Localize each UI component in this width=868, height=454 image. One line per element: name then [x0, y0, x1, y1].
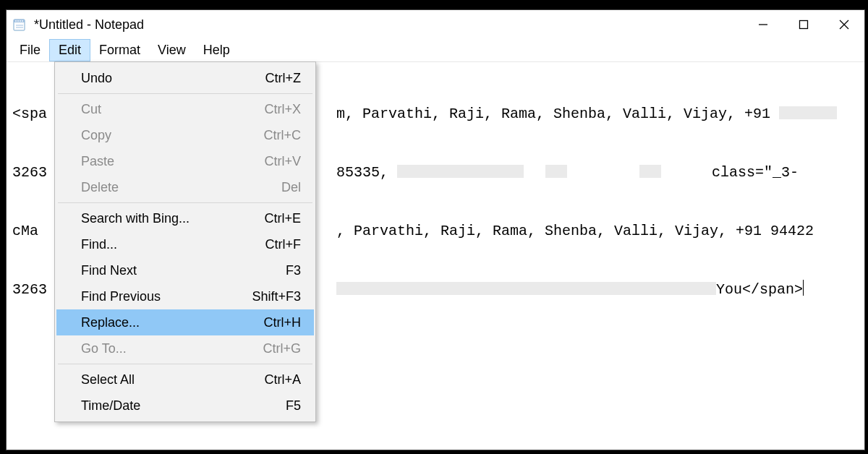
svg-point-3: [17, 20, 19, 22]
menu-separator: [58, 93, 312, 94]
menu-item-shortcut: Ctrl+Z: [265, 71, 302, 86]
menu-bar: File Edit Format View Help: [7, 39, 864, 62]
menu-item-shortcut: F5: [286, 398, 301, 414]
redacted-text: [545, 165, 567, 178]
menu-item-label: Delete: [81, 180, 281, 195]
menu-item-search-bing[interactable]: Search with Bing... Ctrl+E: [56, 205, 314, 231]
menu-item-replace[interactable]: Replace... Ctrl+H: [56, 309, 314, 335]
close-button[interactable]: [824, 10, 864, 39]
text-fragment: ,: [380, 164, 397, 181]
menu-separator: [58, 202, 312, 203]
menu-item-find-previous[interactable]: Find Previous Shift+F3: [56, 283, 314, 309]
menu-file[interactable]: File: [11, 39, 49, 61]
menu-item-copy[interactable]: Copy Ctrl+C: [56, 122, 314, 148]
menu-item-shortcut: Shift+F3: [252, 289, 301, 304]
menu-item-label: Copy: [81, 128, 263, 143]
text-fragment: <spa: [12, 106, 47, 122]
menu-item-label: Find Next: [81, 263, 286, 278]
menu-item-goto[interactable]: Go To... Ctrl+G: [56, 335, 314, 361]
text-fragment: , Parvathi, Raji, Rama, Shenba, Valli, V…: [336, 223, 814, 239]
text-fragment: m, Parvathi, Raji, Rama, Shenba, Valli, …: [336, 106, 779, 122]
menu-item-label: Cut: [81, 102, 264, 117]
text-fragment: 85335: [336, 164, 380, 181]
menu-item-cut[interactable]: Cut Ctrl+X: [56, 96, 314, 122]
maximize-button[interactable]: [783, 10, 824, 39]
menu-item-shortcut: Del: [281, 180, 301, 195]
notepad-icon: [12, 17, 27, 32]
menu-item-shortcut: F3: [286, 263, 301, 278]
menu-item-shortcut: Ctrl+G: [263, 341, 301, 356]
svg-rect-9: [800, 21, 808, 29]
svg-point-4: [20, 20, 21, 22]
menu-item-paste[interactable]: Paste Ctrl+V: [56, 148, 314, 174]
svg-point-5: [22, 20, 23, 22]
menu-item-shortcut: Ctrl+C: [263, 128, 301, 143]
window-controls: [743, 10, 864, 39]
menu-item-label: Replace...: [81, 315, 263, 330]
text-fragment: cMa: [12, 223, 38, 239]
menu-format[interactable]: Format: [90, 39, 149, 61]
redacted-text: [336, 282, 716, 295]
menu-item-label: Find...: [81, 237, 265, 252]
title-bar: *Untitled - Notepad: [7, 10, 864, 39]
redacted-text: [779, 106, 837, 119]
menu-item-label: Go To...: [81, 341, 263, 356]
menu-item-label: Undo: [81, 71, 265, 86]
svg-point-2: [15, 20, 17, 22]
menu-item-label: Paste: [81, 154, 264, 169]
menu-view[interactable]: View: [149, 39, 195, 61]
text-fragment: 3263: [12, 164, 47, 181]
menu-item-find[interactable]: Find... Ctrl+F: [56, 231, 314, 257]
menu-item-label: Time/Date: [81, 398, 286, 414]
menu-item-label: Select All: [81, 372, 264, 387]
menu-edit[interactable]: Edit: [49, 39, 90, 61]
text-fragment: You</span>: [716, 281, 803, 298]
menu-item-find-next[interactable]: Find Next F3: [56, 257, 314, 283]
menu-item-time-date[interactable]: Time/Date F5: [56, 393, 314, 419]
window-title: *Untitled - Notepad: [34, 17, 144, 33]
menu-separator: [58, 364, 312, 364]
menu-item-shortcut: Ctrl+X: [264, 102, 301, 117]
menu-help[interactable]: Help: [195, 39, 239, 61]
minimize-button[interactable]: [743, 10, 783, 39]
menu-item-delete[interactable]: Delete Del: [56, 174, 314, 200]
menu-item-label: Find Previous: [81, 289, 252, 304]
menu-item-undo[interactable]: Undo Ctrl+Z: [56, 65, 314, 91]
menu-item-shortcut: Ctrl+A: [264, 372, 301, 387]
text-fragment: class="_3-: [712, 164, 799, 181]
menu-item-shortcut: Ctrl+V: [264, 154, 301, 169]
redacted-text: [397, 165, 524, 178]
menu-item-shortcut: Ctrl+H: [263, 315, 301, 330]
menu-item-label: Search with Bing...: [81, 211, 264, 226]
redacted-text: [639, 165, 661, 178]
menu-item-shortcut: Ctrl+F: [265, 237, 302, 252]
edit-dropdown-menu: Undo Ctrl+Z Cut Ctrl+X Copy Ctrl+C Paste…: [54, 61, 316, 422]
menu-item-shortcut: Ctrl+E: [264, 211, 301, 226]
text-caret: [803, 280, 804, 296]
text-fragment: 3263: [12, 281, 47, 298]
menu-item-select-all[interactable]: Select All Ctrl+A: [56, 367, 314, 393]
